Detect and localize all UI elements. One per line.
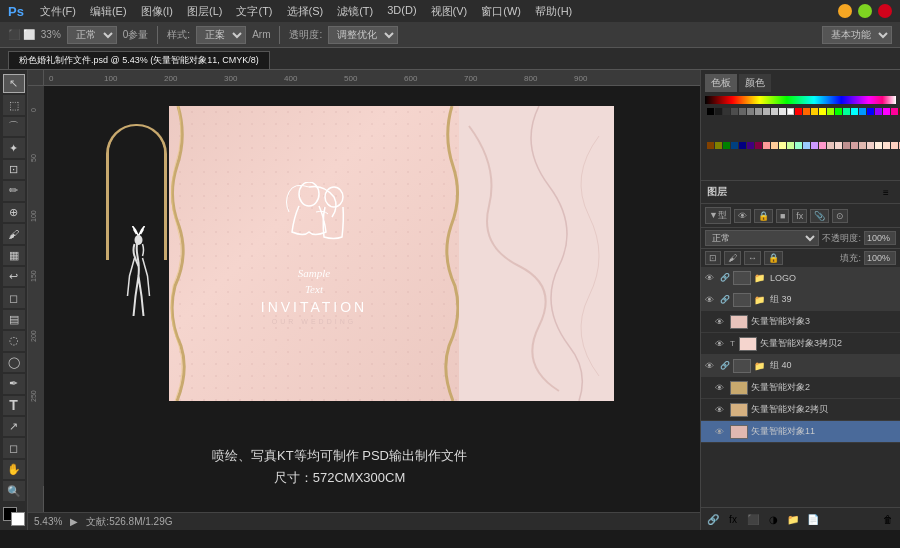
- menu-edit[interactable]: 编辑(E): [84, 2, 133, 21]
- layer-logo[interactable]: 👁 🔗 📁 LOGO: [701, 267, 900, 289]
- brush-tool[interactable]: 🖌: [3, 224, 25, 243]
- layer-link-action[interactable]: 🔗: [705, 511, 721, 527]
- layer-smart3[interactable]: 👁 矢量智能对象3: [701, 311, 900, 333]
- layer-mask-action[interactable]: ⬛: [745, 511, 761, 527]
- swatch[interactable]: [875, 142, 882, 149]
- layer-filter-type[interactable]: ▼型: [705, 207, 731, 224]
- layer-visibility-s3c2[interactable]: 👁: [715, 339, 727, 349]
- swatch[interactable]: [843, 142, 850, 149]
- menu-help[interactable]: 帮助(H): [529, 2, 578, 21]
- swatch[interactable]: [851, 142, 858, 149]
- heal-tool[interactable]: ⊕: [3, 203, 25, 222]
- swatch[interactable]: [803, 142, 810, 149]
- layer-filter-effect[interactable]: fx: [792, 209, 807, 223]
- layers-menu-icon[interactable]: ≡: [878, 184, 894, 200]
- nav-arrow[interactable]: ▶: [70, 516, 78, 527]
- swatch[interactable]: [731, 108, 738, 115]
- layer-smart3-copy2[interactable]: 👁 T 矢量智能对象3拷贝2: [701, 333, 900, 355]
- clone-tool[interactable]: ▦: [3, 246, 25, 265]
- tab-color-picker[interactable]: 颜色: [739, 74, 771, 92]
- swatch[interactable]: [731, 142, 738, 149]
- menu-bar[interactable]: 文件(F) 编辑(E) 图像(I) 图层(L) 文字(T) 选择(S) 滤镜(T…: [34, 2, 578, 21]
- layer-visibility-logo[interactable]: 👁: [705, 273, 717, 283]
- layer-visibility-s11[interactable]: 👁: [715, 427, 727, 437]
- swatch[interactable]: [795, 108, 802, 115]
- swatch[interactable]: [819, 108, 826, 115]
- minimize-button[interactable]: [838, 4, 852, 18]
- menu-text[interactable]: 文字(T): [230, 2, 278, 21]
- eraser-tool[interactable]: ◻: [3, 288, 25, 307]
- lock-transparent-btn[interactable]: ⊡: [705, 251, 721, 265]
- menu-layer[interactable]: 图层(L): [181, 2, 228, 21]
- menu-view[interactable]: 视图(V): [425, 2, 474, 21]
- layer-visibility-s2c[interactable]: 👁: [715, 405, 727, 415]
- swatch[interactable]: [867, 108, 874, 115]
- swatch[interactable]: [811, 142, 818, 149]
- swatch[interactable]: [779, 142, 786, 149]
- menu-window[interactable]: 窗口(W): [475, 2, 527, 21]
- swatch[interactable]: [883, 142, 890, 149]
- text-tool[interactable]: T: [3, 396, 25, 415]
- foreground-bg-colors[interactable]: [3, 507, 25, 526]
- history-brush-tool[interactable]: ↩: [3, 267, 25, 286]
- layer-filter-smart[interactable]: 📎: [810, 209, 829, 223]
- swatch[interactable]: [875, 108, 882, 115]
- layer-filter-visibility[interactable]: 👁: [734, 209, 751, 223]
- hand-tool[interactable]: ✋: [3, 460, 25, 479]
- layer-visibility-g39[interactable]: 👁: [705, 295, 717, 305]
- crop-tool[interactable]: ⊡: [3, 160, 25, 179]
- lock-position-btn[interactable]: ↔: [744, 251, 761, 265]
- layer-delete-action[interactable]: 🗑: [880, 511, 896, 527]
- layer-smart2-copy[interactable]: 👁 矢量智能对象2拷贝: [701, 399, 900, 421]
- document-tab[interactable]: 粉色婚礼制作文件.psd @ 5.43% (矢量智能对象11, CMYK/8): [8, 51, 270, 69]
- swatch[interactable]: [827, 142, 834, 149]
- select-tool[interactable]: ⬚: [3, 95, 25, 114]
- swatch[interactable]: [715, 108, 722, 115]
- swatch[interactable]: [771, 108, 778, 115]
- dodge-tool[interactable]: ◯: [3, 353, 25, 372]
- layer-visibility-s2[interactable]: 👁: [715, 383, 727, 393]
- swatch[interactable]: [891, 142, 898, 149]
- layer-filter-color[interactable]: ■: [776, 209, 789, 223]
- magic-wand-tool[interactable]: ✦: [3, 138, 25, 157]
- swatch[interactable]: [747, 142, 754, 149]
- layer-folder-action[interactable]: 📁: [785, 511, 801, 527]
- eyedropper-tool[interactable]: ✏: [3, 181, 25, 200]
- move-tool[interactable]: ↖: [3, 74, 25, 93]
- menu-select[interactable]: 选择(S): [281, 2, 330, 21]
- swatch[interactable]: [827, 108, 834, 115]
- swatch[interactable]: [867, 142, 874, 149]
- layer-adjust-action[interactable]: ◑: [765, 511, 781, 527]
- layer-smart2[interactable]: 👁 矢量智能对象2: [701, 377, 900, 399]
- menu-filter[interactable]: 滤镜(T): [331, 2, 379, 21]
- adjust-select[interactable]: 调整优化: [328, 26, 398, 44]
- shape-tool[interactable]: ◻: [3, 438, 25, 457]
- swatch[interactable]: [755, 108, 762, 115]
- lasso-tool[interactable]: ⌒: [3, 117, 25, 136]
- swatch[interactable]: [851, 108, 858, 115]
- swatch[interactable]: [715, 142, 722, 149]
- swatch[interactable]: [859, 108, 866, 115]
- layer-smart11[interactable]: 👁 矢量智能对象11: [701, 421, 900, 443]
- swatch[interactable]: [763, 142, 770, 149]
- swatch[interactable]: [859, 142, 866, 149]
- lock-all-btn[interactable]: 🔒: [764, 251, 783, 265]
- workspace-select[interactable]: 基本功能: [822, 26, 892, 44]
- swatch[interactable]: [795, 142, 802, 149]
- swatch[interactable]: [755, 142, 762, 149]
- menu-file[interactable]: 文件(F): [34, 2, 82, 21]
- menu-3d[interactable]: 3D(D): [381, 2, 422, 21]
- menu-image[interactable]: 图像(I): [135, 2, 179, 21]
- swatch[interactable]: [707, 142, 714, 149]
- zoom-tool[interactable]: 🔍: [3, 481, 25, 500]
- close-button[interactable]: [878, 4, 892, 18]
- layer-visibility-s3[interactable]: 👁: [715, 317, 727, 327]
- layer-filter-lock[interactable]: 🔒: [754, 209, 773, 223]
- layer-new-action[interactable]: 📄: [805, 511, 821, 527]
- blur-tool[interactable]: ◌: [3, 331, 25, 350]
- swatch[interactable]: [787, 108, 794, 115]
- swatch[interactable]: [891, 108, 898, 115]
- layer-filter-selected[interactable]: ⊙: [832, 209, 848, 223]
- swatch[interactable]: [787, 142, 794, 149]
- swatch[interactable]: [723, 108, 730, 115]
